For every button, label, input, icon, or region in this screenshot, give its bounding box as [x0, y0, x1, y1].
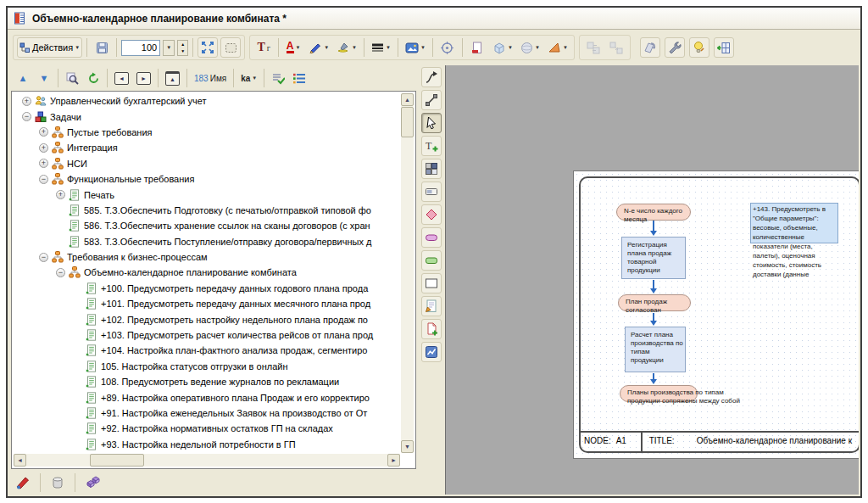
spinner-down-icon[interactable]: ▼	[178, 48, 187, 55]
tree-item[interactable]: 105. Настройка статусов отгрузки в онлай…	[14, 359, 400, 374]
scroll-down-button[interactable]: ▼	[401, 440, 414, 453]
search-button[interactable]	[63, 69, 81, 87]
select-region-button[interactable]	[220, 37, 241, 58]
cube-button[interactable]: ▼	[490, 37, 515, 58]
collapse-minus-icon[interactable]: −	[56, 268, 65, 277]
chart-tool[interactable]	[421, 342, 442, 362]
font-icon-small: г	[267, 43, 270, 53]
expand-node-button[interactable]: ►	[134, 69, 153, 87]
tree-item-label: 105. Настройка статусов отгрузки в онлай…	[101, 361, 287, 372]
zoom-dropdown-button[interactable]: ▼	[163, 40, 175, 56]
collapse-minus-icon[interactable]: −	[39, 175, 48, 184]
tree-item[interactable]: +104. Настройка план-фактного анализа пр…	[14, 343, 400, 358]
ellipse-tool[interactable]	[421, 227, 442, 248]
tree-item[interactable]: −Объемно-календарное планирование комбин…	[14, 265, 400, 280]
tree-item[interactable]: +100. Предусмотреть передачу данных годо…	[14, 281, 400, 296]
blocks-icon	[35, 111, 47, 123]
scrollbar-thumb[interactable]	[401, 107, 414, 137]
collapse-minus-icon[interactable]: −	[39, 253, 48, 262]
pointer-tool[interactable]	[421, 113, 442, 133]
show-name-button[interactable]: 183 Имя	[192, 69, 229, 87]
tree-item[interactable]: +89. Настройка оперативного плана Продаж…	[14, 389, 400, 405]
group-block-tool[interactable]	[421, 159, 442, 179]
scroll-up-button[interactable]: ▲	[401, 93, 414, 106]
tree-item[interactable]: 585. Т.З.Обеспечить Подготовку (с печать…	[14, 203, 400, 218]
ungroup-button[interactable]	[606, 37, 626, 58]
refresh-button[interactable]	[84, 69, 103, 87]
move-up-button[interactable]: ▲	[14, 69, 32, 87]
tree-item[interactable]: 586. Т.З.Обеспечить хранение ссылок на с…	[14, 218, 400, 233]
tree-item[interactable]: +Пустые требования	[14, 125, 400, 140]
tree-item[interactable]: +102. Предусмотреть настройку недельного…	[14, 311, 400, 327]
expand-plus-icon[interactable]: +	[39, 159, 48, 168]
rotate-button[interactable]	[640, 37, 660, 58]
collapse-minus-icon[interactable]: −	[22, 112, 31, 121]
fill-color-button[interactable]: ▼	[334, 37, 359, 58]
brush-button[interactable]	[13, 472, 33, 493]
picture-button[interactable]: ▼	[403, 37, 428, 58]
tree-item[interactable]: +93. Настройка недельной потребности в Г…	[14, 437, 400, 452]
tree-item[interactable]: −Требования к бизнес-процессам	[14, 249, 400, 265]
decision-tool[interactable]	[421, 204, 442, 225]
zoom-input[interactable]: 100	[121, 40, 160, 56]
tree-item[interactable]: +Управленческий бухгалтерский учет	[14, 93, 400, 109]
copy-blocks-button[interactable]	[82, 472, 103, 493]
move-down-button[interactable]: ▼	[35, 69, 53, 87]
expand-plus-icon[interactable]: +	[22, 97, 31, 106]
chevron-down-icon: ▼	[535, 45, 540, 50]
rounded-rect-tool[interactable]	[421, 250, 442, 271]
tree-item[interactable]: +Интеграция	[14, 140, 400, 155]
scrollbar-thumb[interactable]	[90, 454, 144, 467]
help-button[interactable]	[689, 37, 709, 58]
scroll-left-button[interactable]: ◄	[14, 454, 26, 467]
insert-to-table-button[interactable]	[714, 37, 734, 58]
connector-line-tool[interactable]	[421, 90, 442, 110]
tree-item[interactable]: −Задачи	[14, 109, 400, 124]
connector-curve-tool[interactable]	[421, 67, 442, 87]
check-tree-button[interactable]	[269, 69, 287, 87]
doc-edit-tool[interactable]	[421, 296, 442, 316]
sphere-button[interactable]: ▼	[518, 37, 542, 58]
tree-item[interactable]: +Печать	[14, 187, 400, 202]
separator	[264, 69, 264, 87]
field-tool[interactable]	[421, 182, 442, 202]
tree-item[interactable]: +91. Настройка еженедельных Заявок на пр…	[14, 405, 400, 421]
group-button[interactable]	[583, 37, 604, 58]
page-break-button[interactable]	[467, 37, 487, 58]
tree-horizontal-scrollbar[interactable]: ◄ ►	[14, 454, 400, 467]
tree-item[interactable]: −Функциональные требования	[14, 171, 400, 187]
tree-item[interactable]: 108. Предусмотреть ведение журналов по р…	[14, 374, 400, 389]
zoom-spinner[interactable]: ▲▼	[177, 40, 188, 56]
tree-item[interactable]: +92. Настройка нормативных остатков ГП н…	[14, 421, 400, 436]
expand-plus-icon[interactable]: +	[56, 190, 65, 199]
tree-item[interactable]: +НСИ	[14, 156, 400, 171]
point-button[interactable]	[437, 37, 458, 58]
text-icon: T	[425, 139, 438, 153]
zoom-fit-button[interactable]	[198, 37, 218, 58]
doc-add-tool[interactable]	[421, 319, 442, 339]
scroll-right-button[interactable]: ►	[387, 454, 400, 467]
tree-item[interactable]: 583. Т.З.Обеспечить Поступление/отправку…	[14, 234, 400, 249]
tree-item[interactable]: +103. Предусмотреть расчет количества ре…	[14, 327, 400, 343]
collapse-node-button[interactable]: ◄	[112, 69, 131, 87]
object-3d-button[interactable]	[47, 472, 68, 493]
tree-item-label: +100. Предусмотреть передачу данных годо…	[101, 283, 368, 293]
rectangle-tool[interactable]	[421, 273, 442, 293]
text-color-button[interactable]: А ▼	[283, 37, 303, 58]
text-tool[interactable]: T	[421, 136, 442, 156]
go-up-level-button[interactable]: ▲	[163, 69, 182, 87]
tools-button[interactable]	[665, 37, 685, 58]
sort-button[interactable]: ka▼	[238, 69, 259, 87]
font-button[interactable]: Тг	[253, 37, 274, 58]
tree-settings-button[interactable]	[290, 69, 309, 87]
line-style-button[interactable]: ▼	[369, 37, 393, 58]
tree-item[interactable]: +101. Предусмотреть передачу данных меся…	[14, 296, 400, 311]
expand-plus-icon[interactable]: +	[39, 143, 48, 153]
cone-button[interactable]: ▼	[545, 37, 570, 58]
save-button[interactable]	[92, 37, 112, 58]
line-color-button[interactable]: ▼	[306, 37, 331, 58]
expand-plus-icon[interactable]: +	[39, 127, 48, 137]
spinner-up-icon[interactable]: ▲	[178, 41, 187, 48]
actions-button[interactable]: Действия ▼	[17, 37, 82, 58]
tree-vertical-scrollbar[interactable]: ▲ ▼	[401, 93, 414, 453]
